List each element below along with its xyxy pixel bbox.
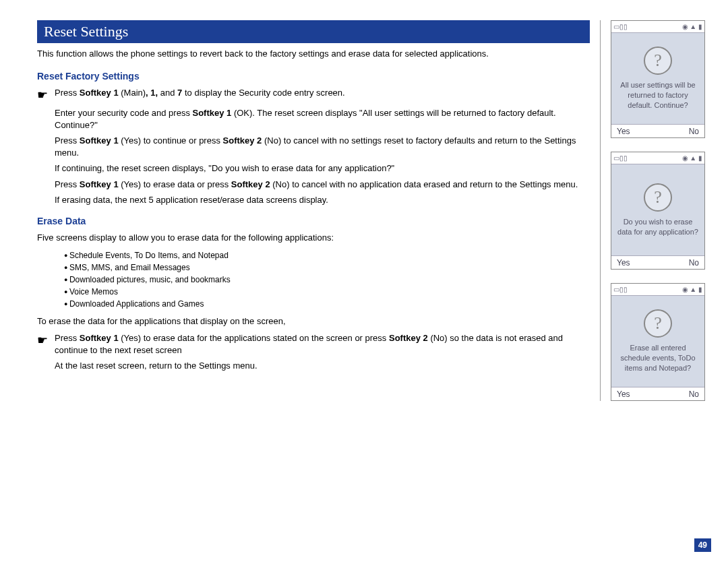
softkey-left: Yes: [617, 127, 630, 136]
intro-text: This function allows the phone settings …: [37, 49, 590, 60]
list-item: Downloaded pictures, music, and bookmark…: [64, 274, 590, 286]
body-text: Five screens display to allow you to era…: [37, 232, 590, 244]
phone-screenshot: ▭▯▯◉ ▲ ▮ ? All user settings will be ret…: [611, 20, 705, 138]
question-icon: ?: [644, 183, 672, 212]
phone-screenshot: ▭▯▯◉ ▲ ▮ ? Erase all entered schedule ev…: [611, 283, 705, 401]
pointer-icon: ☛: [37, 332, 55, 356]
softkey-left: Yes: [617, 389, 630, 399]
status-icons-left: ▭▯▯: [613, 154, 628, 162]
list-item: Downloaded Applications and Games: [64, 298, 590, 310]
page-number: 49: [694, 538, 711, 552]
status-icons-right: ◉ ▲ ▮: [682, 154, 702, 162]
section-heading-erase: Erase Data: [37, 216, 590, 226]
status-icons-left: ▭▯▯: [613, 23, 628, 30]
pointer-icon: ☛: [37, 87, 55, 103]
dialog-message: All user settings will be returned to fa…: [617, 80, 699, 111]
step-row: ☛ Press Softkey 1 (Yes) to erase data fo…: [37, 332, 590, 356]
dialog-message: Erase all entered schedule events, ToDo …: [617, 343, 699, 373]
section-heading-reset: Reset Factory Settings: [37, 71, 590, 82]
body-text: Press Softkey 1 (Yes) to continue or pre…: [55, 135, 590, 158]
status-icons-left: ▭▯▯: [613, 286, 628, 293]
softkey-right: No: [689, 127, 699, 136]
list-item: SMS, MMS, and Email Messages: [64, 261, 590, 274]
phone-screenshot: ▭▯▯◉ ▲ ▮ ? Do you wish to erase data for…: [611, 152, 705, 270]
softkey-right: No: [689, 258, 699, 268]
status-icons-right: ◉ ▲ ▮: [682, 23, 702, 30]
list-item: Schedule Events, To Do Items, and Notepa…: [64, 249, 590, 261]
question-icon: ?: [644, 46, 672, 75]
softkey-right: No: [689, 389, 699, 399]
body-text: If erasing data, the next 5 application …: [55, 194, 590, 206]
dialog-message: Do you wish to erase data for any applic…: [617, 217, 699, 237]
body-text: If continuing, the reset screen displays…: [55, 162, 590, 175]
page-title: Reset Settings: [37, 20, 590, 43]
list-item: Voice Memos: [64, 286, 590, 298]
step-row: ☛ Press Softkey 1 (Main), 1, and 7 to di…: [37, 87, 590, 103]
body-text: At the last reset screen, return to the …: [55, 360, 590, 372]
body-text: Enter your security code and press Softk…: [55, 107, 590, 131]
question-icon: ?: [644, 309, 672, 338]
softkey-left: Yes: [617, 258, 630, 268]
status-icons-right: ◉ ▲ ▮: [682, 286, 702, 293]
body-text: Press Softkey 1 (Yes) to erase data or p…: [55, 179, 590, 191]
bullet-list: Schedule Events, To Do Items, and Notepa…: [64, 249, 590, 310]
body-text: To erase the data for the applications t…: [37, 315, 590, 327]
